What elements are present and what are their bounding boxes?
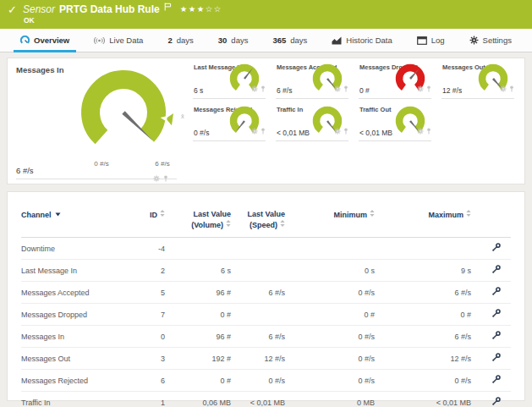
channel-name: Messages Dropped [21,304,124,326]
channel-settings-icon[interactable] [491,375,501,386]
tab-label: days [290,36,307,45]
last-value-speed: 0 #/s [231,370,285,392]
channel-settings-icon[interactable] [491,265,501,276]
channel-id: -4 [124,238,165,260]
gauge-value: 6 #/s [16,166,34,175]
gear-icon[interactable] [153,170,160,185]
tab-30-days[interactable]: 30days [211,29,255,52]
mini-gauge-value: 12 #/s [442,86,462,95]
tab-label: days [231,36,248,45]
sort-icon [280,219,285,229]
channel-settings-icon[interactable] [491,287,501,298]
last-value-volume: 0 # [165,370,231,392]
tab-log[interactable]: Log [410,29,452,52]
minimum-value: 0 MB [285,392,375,407]
gauge-last-message-in[interactable]: Last Message In6 s [193,62,266,99]
gear-icon[interactable] [334,80,341,96]
table-row[interactable]: Downtime-4 [21,238,511,260]
channel-settings-icon[interactable] [491,397,501,407]
channel-id: 2 [124,260,165,282]
col-header-label: Last Value (Volume) [191,210,231,229]
col-header-minimum[interactable]: Minimum [285,202,375,238]
chart-icon [332,36,342,45]
minimum-value: 0 s [285,260,375,282]
table-row[interactable]: Messages Out3192 #12 #/s0 #/s12 #/s [21,348,511,370]
tab-overview[interactable]: Overview [14,29,76,52]
sensor-header: ✓ Sensor PRTG Data Hub Rule ★★★☆☆ OK [0,0,532,29]
gauge-scale-max: 6 #/s [145,160,180,168]
gauge-max-marker-icon: x̄ [181,113,184,120]
channel-id: 1 [124,392,165,407]
channel-name: Messages Rejected [21,370,124,392]
maximum-value: 12 #/s [375,348,471,370]
pin-icon[interactable] [426,123,431,138]
last-value-volume: 192 # [165,348,231,370]
pin-icon[interactable] [343,80,348,96]
channel-name: Messages In [21,326,124,348]
gauge-traffic-out[interactable]: Traffic Out< 0,01 MB [359,104,431,141]
table-row[interactable]: Last Message In26 s0 s9 s [21,260,511,282]
maximum-value [375,238,471,260]
last-value-speed: 6 #/s [231,326,285,348]
gauge-messages-accepted[interactable]: Messages Accepted6 #/s [276,62,348,99]
gauge-traffic-in[interactable]: Traffic In< 0,01 MB [276,104,348,141]
gear-icon[interactable] [334,123,341,138]
tab-live-data[interactable]: Live Data [87,29,150,52]
col-header-maximum[interactable]: Maximum [375,202,471,238]
tab-365-days[interactable]: 365days [266,29,314,52]
gear-icon[interactable] [251,123,258,138]
gear-icon[interactable] [417,80,424,96]
gauge-messages-out[interactable]: Messages Out12 #/s [442,62,514,99]
table-row[interactable]: Traffic In10,06 MB< 0,01 MB0 MB< 0,01 MB [21,392,511,407]
channels-table: ChannelIDLast Value (Volume)Last Value (… [21,202,511,407]
channel-settings-icon[interactable] [491,243,501,254]
table-row[interactable]: Messages Accepted596 #6 #/s0 #/s6 #/s [21,282,511,304]
primary-channel-gauge[interactable]: Messages In 0 #/s 6 #/s 6 #/s x̄ [8,58,193,184]
tab-2-days[interactable]: 2days [161,29,200,52]
maximum-value: < 0,01 MB [375,392,471,407]
gear-icon[interactable] [500,80,507,96]
last-value-speed [231,238,285,260]
pin-icon[interactable] [509,80,514,96]
col-header-last-value-speed[interactable]: Last Value (Speed) [231,202,285,238]
gear-icon[interactable] [417,123,424,138]
priority-stars[interactable]: ★★★☆☆ [180,4,222,14]
tab-historic-data[interactable]: Historic Data [325,29,398,52]
tab-label: Live Data [109,36,143,45]
last-value-speed: 12 #/s [231,348,285,370]
object-kind-label: Sensor [23,3,55,15]
col-header-last-value-volume[interactable]: Last Value (Volume) [165,202,231,238]
minimum-value: 0 #/s [285,326,375,348]
broadcast-icon [94,36,105,45]
tab-number: 365 [272,36,286,45]
maximum-value: 6 #/s [375,282,471,304]
tab-label: Log [431,36,445,45]
mini-gauge-value: 0 #/s [194,129,209,137]
mini-gauge-actions [251,80,266,96]
pin-icon[interactable] [163,170,168,185]
table-row[interactable]: Messages Dropped70 #0 #0 # [21,304,511,326]
table-row[interactable]: Messages In096 #6 #/s0 #/s6 #/s [21,326,511,348]
col-header-id[interactable]: ID [124,202,165,238]
channel-settings-icon[interactable] [491,353,501,364]
tab-label: days [177,36,194,45]
flag-icon[interactable] [164,2,172,14]
gauge-messages-dropped[interactable]: Messages Dropped0 # [359,62,431,99]
table-row[interactable]: Messages Rejected60 #0 #/s0 #/s0 #/s [21,370,511,392]
tab-settings[interactable]: Settings [463,29,518,52]
col-header-channel[interactable]: Channel [21,202,124,238]
pin-icon[interactable] [343,123,348,138]
channel-settings-icon[interactable] [491,309,501,320]
pin-icon[interactable] [261,80,266,96]
gear-icon[interactable] [251,80,258,96]
channel-settings-icon[interactable] [491,331,501,342]
minimum-value: 0 # [285,304,375,326]
pin-icon[interactable] [426,80,431,96]
channel-name: Messages Out [21,348,124,370]
mini-gauge-value: < 0,01 MB [359,129,392,137]
maximum-value: 0 # [375,304,471,326]
pin-icon[interactable] [261,123,266,138]
minimum-value: 0 #/s [285,348,375,370]
gauge-messages-rejected[interactable]: Messages Rejected0 #/s [193,104,266,141]
channel-id: 0 [124,326,165,348]
